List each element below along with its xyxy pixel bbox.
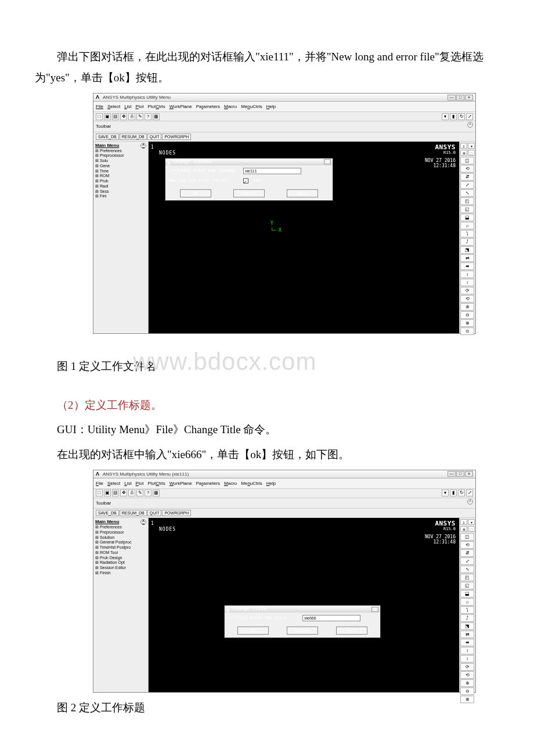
help-icon[interactable]: ? (145, 113, 151, 120)
side-num-icon[interactable]: 1 (460, 519, 467, 525)
ok-button[interactable]: OK (237, 627, 269, 635)
mm-solution[interactable]: ⊞ Solu (95, 159, 146, 164)
pan-icon[interactable]: ✥ (120, 113, 127, 120)
maximize-icon[interactable]: □ (456, 471, 464, 477)
main-menu-expand-icon[interactable]: ^ (140, 143, 146, 149)
side-icon-15[interactable]: ↕ (460, 271, 474, 278)
side-icon-12[interactable]: ⬔ (460, 622, 474, 630)
mm-prob-design[interactable]: ⊞ Prob Design (95, 556, 146, 561)
mm-rom[interactable]: ⊞ ROM (95, 174, 146, 179)
zoom-icon[interactable]: ⤢ (466, 489, 473, 496)
side-icon-13[interactable]: ⇄ (460, 254, 474, 262)
close-icon[interactable]: × (465, 95, 473, 100)
quit-button[interactable]: QUIT (147, 134, 162, 140)
dialog-close-icon[interactable]: ⊡ (371, 607, 378, 612)
menu-select[interactable]: Select (107, 102, 120, 111)
side-icon-8[interactable]: ⬓ (460, 214, 474, 221)
side-icon-18[interactable]: ⟲ (460, 671, 474, 679)
menu-list[interactable]: List (124, 102, 131, 111)
dd-icon[interactable]: ▾ (442, 489, 449, 496)
new-icon[interactable]: □ (96, 489, 103, 496)
image-icon[interactable]: ▦ (153, 113, 160, 120)
mm-preprocessor[interactable]: ⊞ Preprocessor (95, 153, 146, 159)
rotate-icon[interactable]: ↻ (458, 489, 465, 496)
side-icon-7[interactable]: ◱ (460, 206, 474, 213)
menu-workplane[interactable]: WorkPlane (169, 102, 192, 111)
side-icon-4[interactable]: ⤢ (460, 557, 474, 565)
quit-button[interactable]: QUIT (147, 510, 162, 516)
side-icon-3[interactable]: ⇵ (460, 173, 474, 181)
menu-plotctrls[interactable]: PlotCtrls (147, 479, 165, 488)
main-menu-expand-icon[interactable]: ^ (140, 519, 146, 525)
dialog-close-icon[interactable]: ⊡ (324, 159, 331, 164)
mm-radiation-opt[interactable]: ⊞ Radiation Opt (95, 560, 146, 566)
toolbar-expand-icon[interactable]: ^ (467, 499, 473, 505)
ok-button[interactable]: OK (180, 189, 211, 197)
menu-help[interactable]: Help (266, 102, 276, 111)
mm-finish[interactable]: ⊞ Finish (95, 571, 146, 576)
report-icon[interactable]: ✎ (136, 113, 143, 120)
rotate-icon[interactable]: ↻ (458, 113, 465, 120)
view-icon[interactable]: ▮ (450, 113, 457, 120)
side-icon-19[interactable]: ⊕ (460, 303, 474, 311)
menu-file[interactable]: File (96, 479, 103, 488)
side-icon-3[interactable]: ⇵ (460, 549, 474, 557)
cancel-button[interactable]: Cancel (233, 189, 265, 197)
print-icon[interactable]: ⎙ (128, 113, 135, 120)
menu-plot[interactable]: Plot (136, 479, 144, 488)
view-icon[interactable]: ▮ (450, 489, 457, 496)
maximize-icon[interactable]: □ (456, 95, 464, 100)
side-topleft-icon[interactable]: ⊕ (460, 526, 467, 532)
side-icon-18[interactable]: ⟲ (460, 295, 474, 303)
menu-help[interactable]: Help (266, 479, 276, 488)
side-icon-6[interactable]: ◰ (460, 197, 474, 205)
mm-timehist[interactable]: ⊞ TimeHist Postpro (95, 545, 146, 550)
side-topright-icon[interactable]: ⬚ (468, 526, 475, 532)
side-num-icon[interactable]: 1 (460, 143, 467, 149)
mm-session-editor[interactable]: ⊞ Session Editor (95, 566, 146, 571)
help-icon[interactable]: ? (145, 489, 151, 496)
mm-fini[interactable]: ⊞ Fini (95, 194, 146, 199)
close-icon[interactable]: × (465, 471, 473, 477)
dd-icon[interactable]: ▾ (442, 113, 449, 120)
mm-sess[interactable]: ⊞ Sess (95, 189, 146, 195)
save-icon[interactable]: ▤ (112, 113, 119, 120)
resum-db-button[interactable]: RESUM_DB (120, 134, 147, 140)
side-icon-15[interactable]: ↕ (460, 647, 474, 654)
side-topleft-icon[interactable]: ⊕ (460, 150, 467, 156)
menu-list[interactable]: List (124, 479, 131, 488)
side-icon-5[interactable]: ⤡ (460, 189, 474, 197)
menu-macro[interactable]: Macro (224, 479, 237, 488)
side-topright-icon[interactable]: ⬚ (468, 150, 475, 156)
side-icon-10[interactable]: ⤵ (460, 606, 474, 614)
report-icon[interactable]: ✎ (136, 489, 143, 496)
side-icon-14[interactable]: ⬌ (460, 639, 474, 646)
side-icon-9[interactable]: ⌕ (460, 598, 474, 606)
menu-menuctrls[interactable]: MenuCtrls (241, 479, 262, 488)
new-icon[interactable]: □ (96, 113, 103, 120)
side-dd-icon[interactable]: ▾ (468, 519, 475, 525)
save-db-button[interactable]: SAVE_DB (96, 510, 119, 516)
mm-preferences[interactable]: ⊞ Preferences (95, 525, 146, 530)
mm-general[interactable]: ⊞ Gene (95, 164, 146, 169)
open-icon[interactable]: ▣ (104, 113, 111, 120)
menu-menuctrls[interactable]: MenuCtrls (241, 102, 262, 111)
side-icon-2[interactable]: ⟲ (460, 165, 474, 172)
menu-parameters[interactable]: Parameters (196, 102, 220, 111)
menu-workplane[interactable]: WorkPlane (169, 479, 192, 488)
side-icon-14[interactable]: ⬌ (460, 262, 474, 270)
toolbar-expand-icon[interactable]: ^ (467, 122, 473, 128)
menu-macro[interactable]: Macro (224, 102, 237, 111)
mm-preprocessor[interactable]: ⊞ Preprocessor (95, 530, 146, 535)
side-icon-22[interactable]: ⊙ (460, 327, 474, 335)
powrgrph-button[interactable]: POWRGRPH (162, 134, 191, 140)
help-button[interactable]: Help (287, 189, 318, 197)
side-icon-16[interactable]: ↕ (460, 655, 474, 663)
side-icon-10[interactable]: ⤵ (460, 230, 474, 237)
side-icon-4[interactable]: ⤢ (460, 181, 474, 189)
side-icon-20[interactable]: ⊖ (460, 687, 474, 695)
pan-icon[interactable]: ✥ (120, 489, 127, 496)
yes-checkbox[interactable] (243, 178, 248, 183)
side-icon-7[interactable]: ◱ (460, 582, 474, 589)
side-icon-12[interactable]: ⬔ (460, 246, 474, 254)
